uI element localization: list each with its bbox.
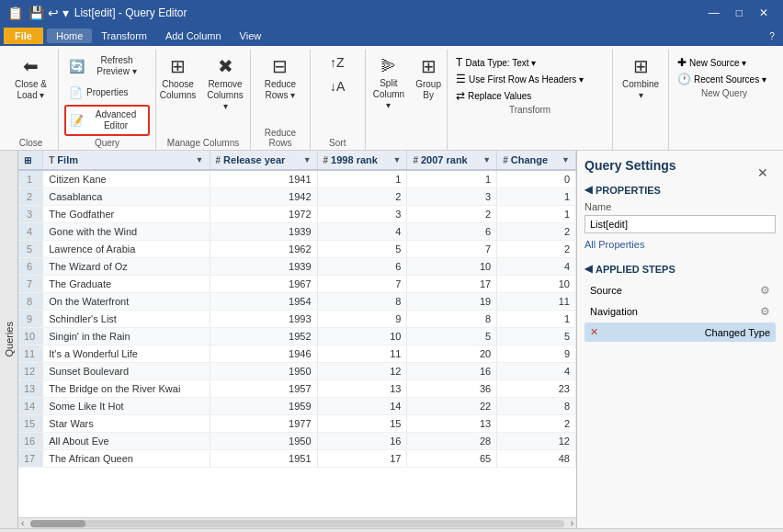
minimize-button[interactable]: — (701, 5, 727, 21)
step-delete-icon[interactable]: ✕ (590, 326, 598, 338)
data-table[interactable]: ⊞ TFilm ▼ #Release year ▼ (18, 151, 576, 517)
data-type-button[interactable]: T Data Type: Text ▾ (453, 55, 607, 70)
cell-film: Casablanca (43, 188, 210, 206)
settings-title: Query Settings (584, 158, 676, 173)
table-row[interactable]: 17The African Queen1951176548 (18, 450, 576, 468)
cell-rank-2007: 10 (407, 258, 497, 276)
scroll-track[interactable] (30, 520, 563, 527)
applied-step[interactable]: ✕Changed Type (584, 323, 776, 342)
col-header-release-year[interactable]: #Release year ▼ (210, 151, 317, 170)
sort-ascending-button[interactable]: ↑Z (325, 51, 349, 74)
table-row[interactable]: 3The Godfather1972321 (18, 206, 576, 223)
cell-release-year: 1977 (210, 415, 317, 433)
table-row[interactable]: 5Lawrence of Arabia1962572 (18, 241, 576, 258)
help-button[interactable]: ? (765, 28, 779, 43)
cell-rank-2007: 28 (407, 433, 497, 450)
cell-film: On the Waterfront (43, 293, 210, 311)
settings-panel: Query Settings ✕ ◀ PROPERTIES Name All P… (576, 151, 783, 528)
cell-rank-1998: 17 (317, 450, 407, 468)
cell-release-year: 1957 (210, 380, 317, 398)
refresh-preview-button[interactable]: 🔄 Refresh Preview ▾ (64, 51, 150, 81)
replace-values-button[interactable]: ⇄ Replace Values (453, 88, 607, 103)
cell-release-year: 1967 (210, 276, 317, 293)
cell-row-num: 8 (18, 293, 43, 311)
home-menu[interactable]: Home (47, 28, 92, 43)
table-row[interactable]: 10Singin' in the Rain19521055 (18, 328, 576, 345)
sort-label: Sort (329, 138, 346, 150)
col-header-rank-2007[interactable]: #2007 rank ▼ (407, 151, 497, 170)
close-load-button[interactable]: ⬅ Close &Load ▾ (10, 51, 51, 105)
add-column-menu[interactable]: Add Column (156, 28, 231, 43)
view-menu[interactable]: View (231, 28, 271, 43)
cell-film: Lawrence of Arabia (43, 241, 210, 258)
step-gear-icon[interactable]: ⚙ (760, 284, 770, 297)
group-by-button[interactable]: ⊞ GroupBy (412, 51, 445, 105)
properties-section-header: ◀ PROPERTIES (584, 184, 776, 196)
name-input[interactable] (584, 215, 776, 233)
table-row[interactable]: 8On the Waterfront195481911 (18, 293, 576, 311)
settings-close-button[interactable]: ✕ (757, 165, 768, 180)
remove-columns-button[interactable]: ✖ RemoveColumns ▾ (201, 51, 250, 116)
table-row[interactable]: 11It's a Wonderful Life194611209 (18, 345, 576, 363)
table-row[interactable]: 7The Graduate196771710 (18, 276, 576, 293)
ribbon: ⬅ Close &Load ▾ Close 🔄 Refresh Preview … (0, 46, 783, 151)
scroll-right-btn[interactable]: › (568, 518, 576, 528)
applied-step[interactable]: Navigation⚙ (584, 301, 776, 322)
col-header-change[interactable]: #Change ▼ (497, 151, 576, 170)
col-header-selector[interactable]: ⊞ (18, 151, 43, 170)
table-row[interactable]: 13The Bridge on the River Kwai1957133623 (18, 380, 576, 398)
combine-button[interactable]: ⊞ Combine ▾ (618, 51, 664, 105)
applied-step[interactable]: Source⚙ (584, 280, 776, 300)
table-row[interactable]: 6The Wizard of Oz19396104 (18, 258, 576, 276)
cell-film: The Wizard of Oz (43, 258, 210, 276)
horizontal-scrollbar[interactable]: ‹ › (18, 517, 576, 528)
table-row[interactable]: 4Gone with the Wind1939462 (18, 223, 576, 241)
new-source-button[interactable]: ✚ New Source ▾ (675, 55, 774, 70)
all-properties-link[interactable]: All Properties (584, 239, 776, 250)
table-row[interactable]: 1Citizen Kane1941110 (18, 170, 576, 188)
scroll-thumb[interactable] (30, 520, 85, 527)
cell-row-num: 5 (18, 241, 43, 258)
table-row[interactable]: 2Casablanca1942231 (18, 188, 576, 206)
advanced-editor-button[interactable]: 📝 Advanced Editor (64, 105, 150, 136)
rank07-sort-arrow: ▼ (482, 155, 491, 164)
data-area: ⊞ TFilm ▼ #Release year ▼ (18, 151, 576, 528)
scroll-left-btn[interactable]: ‹ (18, 518, 27, 528)
table-row[interactable]: 12Sunset Boulevard195012164 (18, 363, 576, 380)
cell-release-year: 1951 (210, 450, 317, 468)
step-gear-icon[interactable]: ⚙ (760, 305, 770, 318)
transform-label: Transform (509, 105, 550, 117)
change-col-icon: # (503, 155, 508, 165)
cell-change: 2 (497, 223, 576, 241)
ribbon-group-combine: ⊞ Combine ▾ (613, 50, 669, 150)
queries-panel: Queries (0, 151, 18, 528)
col-header-rank-1998[interactable]: #1998 rank ▼ (317, 151, 407, 170)
table-row[interactable]: 14Some Like It Hot195914228 (18, 398, 576, 415)
recent-sources-button[interactable]: 🕐 Recent Sources ▾ (675, 72, 774, 86)
transform-menu[interactable]: Transform (92, 28, 156, 43)
sort-descending-button[interactable]: ↓A (325, 75, 349, 97)
cell-change: 5 (497, 328, 576, 345)
close-button[interactable]: ✕ (752, 5, 776, 21)
maximize-button[interactable]: □ (729, 5, 750, 21)
ribbon-group-split: ⫸ SplitColumn ▾ ⊞ GroupBy (366, 50, 448, 150)
table-row[interactable]: 16All About Eve1950162812 (18, 433, 576, 450)
table-row[interactable]: 9Schindler's List1993981 (18, 311, 576, 328)
cell-rank-2007: 8 (407, 311, 497, 328)
cell-release-year: 1952 (210, 328, 317, 345)
first-row-headers-button[interactable]: ☰ Use First Row As Headers ▾ (453, 72, 607, 86)
cell-change: 1 (497, 206, 576, 223)
cell-film: The Godfather (43, 206, 210, 223)
table-row[interactable]: 15Star Wars197715132 (18, 415, 576, 433)
col-header-film[interactable]: TFilm ▼ (43, 151, 210, 170)
file-menu[interactable]: File (4, 28, 43, 44)
cell-rank-2007: 65 (407, 450, 497, 468)
cell-film: The Graduate (43, 276, 210, 293)
choose-columns-button[interactable]: ⊞ ChooseColumns (157, 51, 199, 105)
reduce-rows-button[interactable]: ⊟ ReduceRows ▾ (260, 51, 301, 105)
split-column-button[interactable]: ⫸ SplitColumn ▾ (368, 51, 410, 115)
cell-rank-1998: 12 (317, 363, 407, 380)
cell-rank-2007: 13 (407, 415, 497, 433)
properties-button[interactable]: 📄 Properties (64, 83, 133, 103)
cell-row-num: 2 (18, 188, 43, 206)
